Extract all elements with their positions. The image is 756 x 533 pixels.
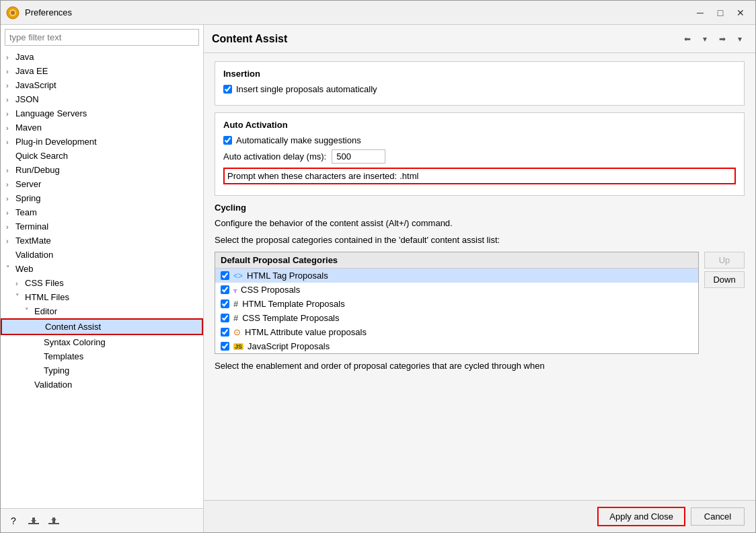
auto-suggest-label: Automatically make suggestions <box>236 135 361 145</box>
auto-suggest-row: Automatically make suggestions <box>223 135 736 145</box>
forward-dropdown[interactable]: ▾ <box>732 32 747 46</box>
proposal-item-js[interactable]: JS JavaScript Proposals <box>215 339 698 353</box>
tree-label: Terminal <box>15 221 48 232</box>
up-button[interactable]: Up <box>704 252 745 269</box>
proposal-icon-hash: # <box>233 299 238 309</box>
proposal-item-html-attr[interactable]: ⊙ HTML Attribute value proposals <box>215 325 698 339</box>
tree-item-editor[interactable]: ˅ Editor <box>1 304 203 318</box>
tree-container: › Java › Java EE › JavaScript › JSON › <box>1 50 203 508</box>
down-button[interactable]: Down <box>704 271 745 288</box>
expand-arrow: ˅ <box>6 264 15 273</box>
auto-suggest-checkbox[interactable] <box>223 136 232 145</box>
proposal-checkbox[interactable] <box>221 314 229 322</box>
expand-arrow: › <box>6 237 15 245</box>
tree-item-plugin-dev[interactable]: › Plug-in Development <box>1 135 203 149</box>
tree-label: Syntax Coloring <box>44 337 106 347</box>
tree-item-typing[interactable]: Typing <box>1 363 203 378</box>
tree-label: Validation <box>34 380 72 390</box>
forward-button[interactable]: ➡ <box>715 32 730 46</box>
tree-item-java-ee[interactable]: › Java EE <box>1 64 203 78</box>
proposal-item-html-template[interactable]: # HTML Template Proposals <box>215 297 698 311</box>
apply-close-button[interactable]: Apply and Close <box>597 507 685 526</box>
expand-arrow: › <box>6 110 15 118</box>
tree-item-css-files[interactable]: › CSS Files <box>1 276 203 290</box>
tree-item-web[interactable]: ˅ Web <box>1 262 203 276</box>
tree-label: TextMate <box>15 236 51 246</box>
expand-arrow: › <box>6 223 15 231</box>
tree-item-templates[interactable]: Templates <box>1 349 203 363</box>
prompt-input[interactable] <box>397 170 732 182</box>
proposal-item-html-tag[interactable]: <> HTML Tag Proposals <box>215 269 698 283</box>
insert-single-checkbox[interactable] <box>223 85 232 94</box>
proposal-icon-js: JS <box>233 343 243 350</box>
expand-arrow: › <box>6 67 15 75</box>
tree-item-textmate[interactable]: › TextMate <box>1 234 203 248</box>
tree-item-html-files[interactable]: ˅ HTML Files <box>1 290 203 304</box>
close-button[interactable]: ✕ <box>731 5 750 20</box>
proposal-checkbox[interactable] <box>221 299 229 308</box>
tree-item-java[interactable]: › Java <box>1 50 203 64</box>
expand-arrow: › <box>6 166 15 174</box>
delay-label: Auto activation delay (ms): <box>223 151 326 162</box>
proposal-item-css[interactable]: ᚁ CSS Proposals <box>215 283 698 297</box>
cycling-desc: Configure the behavior of the content as… <box>215 218 745 228</box>
prompt-row: Prompt when these characters are inserte… <box>223 168 736 184</box>
insert-single-label: Insert single proposals automatically <box>236 84 377 94</box>
proposal-label: HTML Attribute value proposals <box>245 327 367 337</box>
proposal-checkbox[interactable] <box>221 285 229 294</box>
cycling-title: Cycling <box>215 203 745 213</box>
export-icon[interactable] <box>46 513 61 528</box>
proposal-checkbox[interactable] <box>221 328 229 336</box>
tree-item-team[interactable]: › Team <box>1 205 203 219</box>
expand-arrow: › <box>15 279 25 287</box>
proposal-label: CSS Template Proposals <box>242 313 339 323</box>
back-dropdown[interactable]: ▾ <box>697 32 712 46</box>
tree-item-maven[interactable]: › Maven <box>1 120 203 135</box>
proposal-item-css-template[interactable]: # CSS Template Proposals <box>215 311 698 325</box>
import-icon[interactable] <box>26 513 41 528</box>
proposal-list-header: Default Proposal Categories <box>215 252 698 269</box>
tree-label: Editor <box>34 306 57 316</box>
proposal-checkbox[interactable] <box>221 271 229 280</box>
proposal-icon-tag: <> <box>233 271 243 281</box>
tree-item-server[interactable]: › Server <box>1 177 203 191</box>
header-nav-icons: ⬅ ▾ ➡ ▾ <box>680 32 747 46</box>
maximize-button[interactable]: □ <box>711 5 730 20</box>
tree-item-content-assist[interactable]: Content Assist <box>1 318 203 335</box>
delay-row: Auto activation delay (ms): <box>223 149 736 164</box>
window-title: Preferences <box>25 7 691 17</box>
proposal-buttons: Up Down <box>704 252 745 354</box>
tree-item-validation2[interactable]: Validation <box>1 378 203 392</box>
tree-item-javascript[interactable]: › JavaScript <box>1 78 203 92</box>
tree-label: Templates <box>44 351 83 361</box>
svg-marker-8 <box>51 518 56 520</box>
tree-label: Language Servers <box>15 108 87 118</box>
tree-label: Maven <box>15 122 42 133</box>
tree-item-run-debug[interactable]: › Run/Debug <box>1 163 203 177</box>
proposal-label: HTML Template Proposals <box>242 299 344 309</box>
tree-label: Server <box>15 179 41 189</box>
tree-item-language-servers[interactable]: › Language Servers <box>1 106 203 120</box>
tree-label: Validation <box>15 250 53 260</box>
insertion-title: Insertion <box>223 69 736 79</box>
insert-single-row: Insert single proposals automatically <box>223 84 736 94</box>
tree-label: Web <box>15 264 34 274</box>
tree-item-validation[interactable]: Validation <box>1 248 203 262</box>
tree-item-quick-search[interactable]: Quick Search <box>1 149 203 163</box>
filter-input[interactable] <box>5 29 199 46</box>
tree-label: JavaScript <box>15 80 56 90</box>
proposal-checkbox[interactable] <box>221 342 229 351</box>
help-icon[interactable]: ? <box>6 513 21 528</box>
tree-item-json[interactable]: › JSON <box>1 92 203 106</box>
tree-item-terminal[interactable]: › Terminal <box>1 219 203 234</box>
bottom-text: Select the enablement and order of propo… <box>215 361 745 371</box>
cancel-button[interactable]: Cancel <box>691 507 745 526</box>
minimize-button[interactable]: ─ <box>691 5 710 20</box>
tree-label: Run/Debug <box>15 165 60 175</box>
tree-item-spring[interactable]: › Spring <box>1 191 203 205</box>
preferences-window: Preferences ─ □ ✕ › Java › Java EE › <box>0 0 756 533</box>
back-button[interactable]: ⬅ <box>680 32 695 46</box>
expand-arrow: › <box>6 124 15 132</box>
tree-item-syntax-coloring[interactable]: Syntax Coloring <box>1 335 203 349</box>
delay-input[interactable] <box>332 149 385 164</box>
